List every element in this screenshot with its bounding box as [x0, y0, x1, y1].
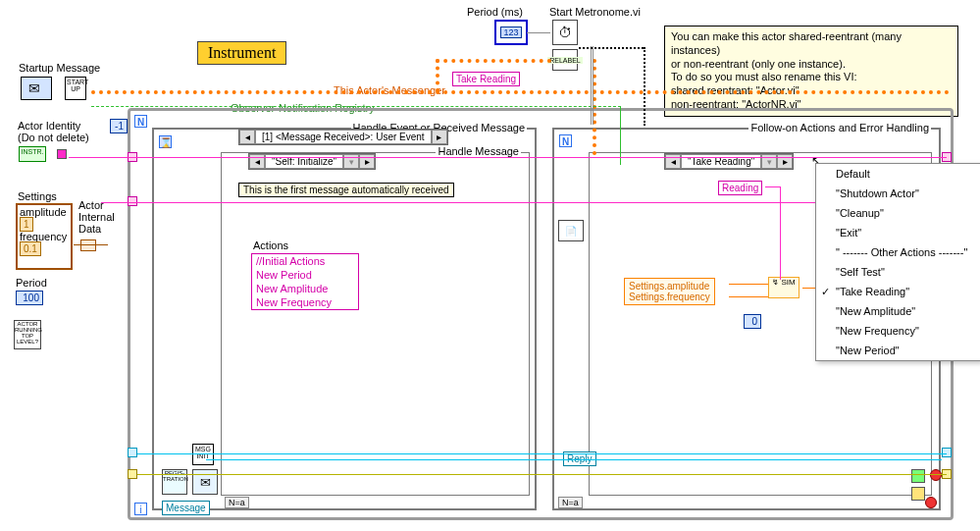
msg-vi-icon[interactable]: ✉ — [192, 469, 218, 495]
shift-register-3l — [128, 448, 137, 457]
relabel-vi-icon[interactable]: RELABEL — [552, 49, 578, 71]
event-timeout-node: ⌛ — [159, 135, 172, 148]
shift-register-3 — [942, 448, 952, 457]
loop-i: i — [134, 503, 147, 515]
menu-item-newfrequency[interactable]: "New Frequency" — [816, 321, 980, 341]
msginit-vi-icon[interactable]: MSG INIT — [192, 444, 214, 465]
handle-message-case: Handle Message — [221, 152, 530, 496]
shift-register-2l — [128, 196, 137, 206]
tunnel-2 — [911, 487, 925, 501]
tunnel-1 — [911, 469, 925, 483]
registration-vi-icon[interactable]: REGIS- TRATION — [162, 469, 187, 495]
menu-item-newperiod[interactable]: "New Period" — [816, 341, 980, 360]
event-case-value: [1] <Message Received>: User Event — [255, 130, 432, 144]
period-value: 123 — [500, 27, 521, 38]
followon-title: Follow-on Actions and Error Handling — [748, 122, 931, 133]
unbundle-amplitude: Settings.amplitude — [629, 281, 710, 292]
neg1-constant[interactable]: -1 — [110, 119, 128, 133]
msg-title: Handle Message — [436, 145, 521, 157]
msg-case-selector[interactable]: ◂ "Self: Initialize" ▾ ▸ — [248, 153, 376, 170]
menu-item-divider[interactable]: " ------- Other Actions -------" — [816, 242, 980, 262]
action-1: New Period — [252, 268, 358, 282]
settings-cluster[interactable]: amplitude 1 frequency 0.1 — [16, 203, 73, 270]
zero-constant[interactable]: 0 — [744, 314, 761, 329]
event-case-prev[interactable]: ◂ — [239, 130, 255, 144]
event-case-selector[interactable]: ◂ [1] <Message Received>: User Event ▸ — [238, 129, 448, 145]
metronome-glyph: ⏱ — [558, 25, 572, 40]
inner-na: N=a — [225, 497, 249, 508]
menu-item-newamplitude[interactable]: "New Amplitude" — [816, 301, 980, 321]
menu-item-cleanup[interactable]: "Cleanup" — [816, 203, 980, 223]
metronome-vi-icon[interactable]: ⏱ — [552, 20, 578, 45]
startup-vi-icon[interactable]: START UP — [65, 77, 86, 100]
message-terminal: Message — [162, 501, 210, 515]
actor-running-icon[interactable]: ACTOR RUNNING TOP LEVEL? — [14, 320, 41, 349]
startup-msg-icon[interactable] — [21, 77, 52, 100]
loop-n: N — [134, 115, 147, 128]
menu-item-exit[interactable]: "Exit" — [816, 223, 980, 242]
event-case-next[interactable]: ▸ — [432, 130, 447, 144]
identity-icon[interactable]: INSTR. — [19, 146, 46, 162]
followon-stop[interactable] — [925, 497, 937, 508]
metronome-label: Start Metronome.vi — [549, 6, 641, 18]
menu-item-selftest[interactable]: "Self Test" — [816, 262, 980, 282]
take-reading-terminal[interactable]: Take Reading — [452, 72, 520, 86]
actions-array[interactable]: //Initial Actions New Period New Amplitu… — [251, 253, 359, 310]
outer-stop[interactable] — [930, 469, 942, 481]
unbundle-block[interactable]: Settings.amplitude Settings.frequency — [624, 278, 715, 305]
period-label-left: Period — [16, 277, 47, 289]
menu-item-default[interactable]: Default — [816, 164, 980, 184]
identity-label: Actor Identity (Do not delete) — [18, 120, 89, 143]
variant-icon[interactable]: 📄 — [558, 220, 584, 241]
followon-selector[interactable]: ◂ "Take Reading" ▾ ▸ — [664, 153, 794, 170]
frequency-value[interactable]: 0.1 — [20, 241, 41, 256]
followon-na: N=a — [558, 497, 583, 508]
sim-vi-icon[interactable]: ↯ SIM — [768, 277, 799, 298]
startup-label: Startup Message — [19, 62, 100, 74]
amplitude-value[interactable]: 1 — [20, 217, 33, 232]
actions-header: Actions — [253, 239, 288, 251]
action-2: New Amplitude — [252, 282, 358, 295]
reading-terminal[interactable]: Reading — [718, 181, 762, 195]
reentrancy-comment: You can make this actor shared-reentrant… — [664, 26, 958, 117]
period-constant-icon[interactable]: 123 — [494, 20, 528, 45]
unbundle-frequency: Settings.frequency — [629, 292, 710, 302]
identity-terminal — [57, 149, 67, 159]
action-0: //Initial Actions — [252, 254, 358, 268]
case-context-menu[interactable]: Default "Shutdown Actor" "Cleanup" "Exit… — [815, 163, 980, 361]
period-value-left[interactable]: 100 — [16, 291, 43, 305]
shift-register-4l — [128, 469, 137, 479]
action-3: New Frequency — [252, 295, 358, 309]
first-msg-banner: This is the first message automatically … — [238, 183, 454, 197]
menu-item-takereading[interactable]: "Take Reading" — [816, 282, 980, 301]
menu-item-shutdown[interactable]: "Shutdown Actor" — [816, 184, 980, 203]
followon-n: N — [559, 134, 572, 147]
settings-label: Settings — [18, 190, 57, 202]
period-label: Period (ms) — [467, 6, 523, 18]
internal-data-label: Actor Internal Data — [78, 199, 115, 235]
instrument-tag: Instrument — [197, 41, 286, 65]
internal-data-bundle-icon[interactable] — [80, 239, 96, 251]
